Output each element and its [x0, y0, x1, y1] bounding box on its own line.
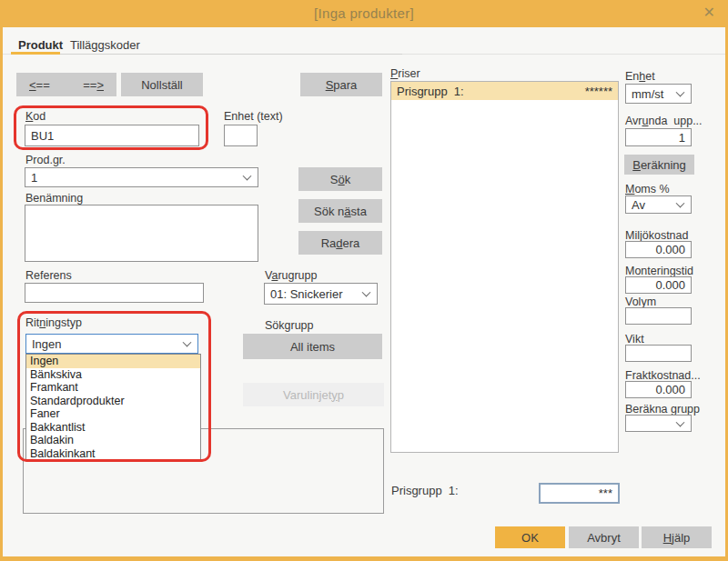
kod-label: Kod — [25, 110, 46, 123]
prodgr-value: 1 — [31, 171, 37, 185]
priser-row-name: Prisgrupp 1: — [397, 85, 464, 98]
berakning-button[interactable]: Beräkning — [624, 155, 694, 175]
prev-record-button[interactable]: <== — [29, 78, 50, 92]
option-ingen[interactable]: Ingen — [26, 355, 200, 368]
varugrupp-value: 01: Snickerier — [270, 287, 342, 301]
prisgrupp-summary-input[interactable]: *** — [539, 483, 620, 504]
enhet-value: mm/st — [632, 87, 663, 101]
help-button[interactable]: Hjälp — [642, 526, 712, 548]
option-baldakinkant[interactable]: Baldakinkant — [26, 447, 200, 461]
ritningstyp-value: Ingen — [32, 337, 62, 351]
prodgr-label: Prod.gr. — [25, 154, 66, 166]
moms-dropdown[interactable]: Av — [625, 195, 692, 214]
close-icon[interactable]: ✕ — [703, 4, 715, 21]
title-bar: [Inga produkter] ✕ — [0, 0, 728, 27]
ok-button[interactable]: OK — [495, 526, 565, 548]
chevron-down-icon — [676, 88, 685, 97]
option-bakkantlist[interactable]: Bakkantlist — [26, 421, 200, 435]
vikt-label: Vikt — [625, 333, 644, 346]
chevron-down-icon — [183, 338, 192, 347]
volym-input[interactable] — [625, 307, 692, 325]
save-button[interactable]: Spara — [300, 73, 382, 96]
option-baldakin[interactable]: Baldakin — [26, 434, 200, 447]
moms-label: Moms % — [625, 183, 670, 195]
kod-input[interactable]: BU1 — [25, 125, 199, 146]
window-title: [Inga produkter] — [0, 5, 728, 21]
search-button[interactable]: Sök — [298, 167, 382, 191]
benamning-label: Benämning — [25, 192, 83, 205]
chevron-down-icon — [243, 172, 252, 181]
record-nav-group: <== ==> — [16, 73, 116, 96]
chevron-down-icon — [362, 288, 371, 297]
active-tab-indicator — [11, 52, 60, 55]
ritningstyp-option-list: Ingen Bänkskiva Framkant Standardprodukt… — [25, 354, 201, 461]
option-framkant[interactable]: Framkant — [26, 381, 200, 395]
next-record-button[interactable]: ==> — [83, 78, 104, 92]
referens-label: Referens — [25, 269, 72, 282]
sokgrupp-label: Sökgrupp — [265, 319, 314, 332]
berakna-grupp-label: Beräkna grupp — [625, 403, 700, 416]
tab-tillaggskoder[interactable]: Tilläggskoder — [70, 38, 140, 52]
ritningstyp-label: Ritningstyp — [25, 316, 82, 329]
prodgr-dropdown[interactable]: 1 — [25, 167, 258, 187]
tab-produkt[interactable]: Produkt — [18, 38, 63, 52]
varulinjetyp-button: Varulinjetyp — [243, 383, 384, 406]
vikt-input[interactable] — [625, 345, 692, 362]
avrunda-input[interactable]: 1 — [625, 128, 692, 146]
prisgrupp-summary-label: Prisgrupp 1: — [391, 484, 459, 497]
option-faner[interactable]: Faner — [26, 407, 200, 421]
miljokostnad-input[interactable]: 0.000 — [625, 241, 692, 258]
fraktkostnad-input[interactable]: 0.000 — [625, 381, 692, 398]
miljokostnad-label: Miljökostnad — [625, 229, 688, 242]
varugrupp-label: Varugrupp — [265, 269, 317, 282]
tab-divider-dark — [11, 54, 402, 55]
priser-listbox[interactable]: Prisgrupp 1: ****** — [390, 81, 619, 453]
berakna-grupp-dropdown[interactable] — [625, 415, 692, 432]
enhet-dropdown[interactable]: mm/st — [625, 84, 692, 104]
priser-row[interactable]: Prisgrupp 1: ****** — [391, 82, 618, 100]
option-bankskiva[interactable]: Bänkskiva — [26, 368, 200, 382]
referens-input[interactable] — [25, 283, 204, 303]
monteringstid-label: Monteringstid — [625, 265, 693, 277]
chevron-down-icon — [676, 417, 685, 426]
reset-button[interactable]: Nollställ — [121, 73, 203, 96]
avrunda-label: Avrunda upp... — [625, 115, 703, 127]
delete-button[interactable]: Radera — [298, 231, 382, 255]
priser-row-value: ****** — [585, 85, 612, 98]
product-dialog: [Inga produkter] ✕ Produkt Tilläggskoder… — [0, 0, 728, 561]
benamning-textarea[interactable] — [25, 205, 258, 262]
enhet-text-input[interactable] — [224, 125, 258, 146]
varugrupp-dropdown[interactable]: 01: Snickerier — [264, 283, 378, 305]
fraktkostnad-label: Fraktkostnad... — [625, 369, 701, 382]
enhet-label: Enhet — [625, 70, 655, 83]
chevron-down-icon — [676, 199, 685, 208]
volym-label: Volym — [625, 296, 656, 308]
ritningstyp-dropdown[interactable]: Ingen — [25, 334, 198, 354]
enhet-text-label: Enhet (text) — [224, 110, 283, 123]
search-next-button[interactable]: Sök nästa — [298, 199, 382, 223]
option-standardprodukter[interactable]: Standardprodukter — [26, 395, 200, 408]
monteringstid-input[interactable]: 0.000 — [625, 276, 692, 294]
cancel-button[interactable]: Avbryt — [569, 526, 639, 548]
priser-label: Priser — [390, 67, 420, 80]
moms-value: Av — [632, 198, 645, 212]
all-items-button[interactable]: All items — [243, 334, 382, 359]
